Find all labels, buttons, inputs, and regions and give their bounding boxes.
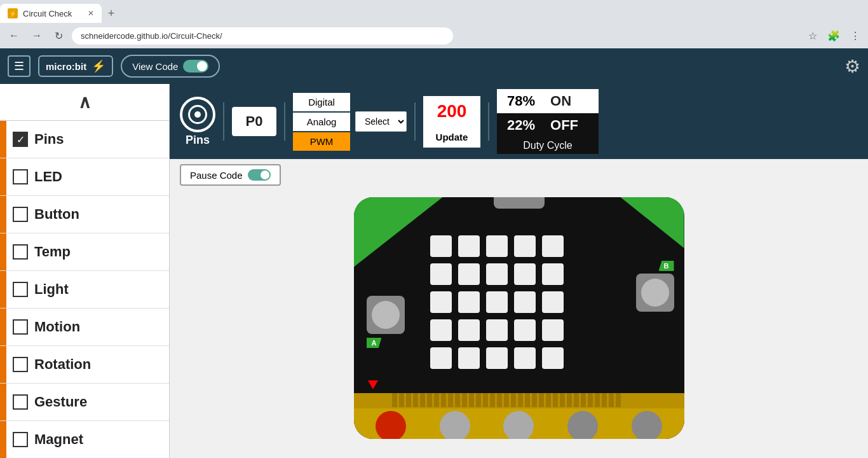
pin-select-dropdown[interactable]: Select P0 P1 P2 [355, 111, 407, 132]
view-code-button[interactable]: View Code [121, 55, 220, 78]
pin-0-circle[interactable] [376, 411, 406, 439]
update-button[interactable]: Update [423, 127, 480, 148]
sidebar-checkbox-gesture[interactable] [13, 394, 28, 410]
pin-gnd-circle[interactable] [632, 411, 662, 439]
sidebar-label-pins: Pins [34, 121, 64, 158]
divider-2 [284, 102, 285, 141]
led-1-0 [430, 263, 452, 285]
led-3-4 [542, 319, 564, 341]
device-name-label: micro:bit [46, 61, 86, 72]
sidebar-logo: ∧ [0, 84, 169, 121]
sidebar-item-light[interactable]: Light [0, 271, 169, 309]
green-corner-right [621, 197, 684, 248]
sidebar-checkbox-motion[interactable] [13, 319, 28, 335]
pin-2-circle[interactable] [503, 411, 534, 439]
sidebar-label-rotation: Rotation [34, 346, 91, 383]
microbit-container: A B [170, 191, 868, 445]
pin-name-box: P0 [232, 107, 276, 136]
sidebar-checkbox-rotation[interactable] [13, 357, 28, 372]
led-2-4 [542, 291, 564, 313]
analog-button[interactable]: Analog [293, 113, 350, 131]
pause-code-button[interactable]: Pause Code [180, 164, 281, 186]
pin-2-group: 2 [503, 411, 534, 439]
extensions-button[interactable]: 🧩 [825, 27, 843, 45]
address-bar[interactable] [72, 27, 453, 45]
flag-a-label: A [367, 338, 382, 348]
sidebar-checkbox-magnet[interactable] [13, 432, 28, 447]
sidebar-label-gesture: Gesture [34, 384, 87, 420]
back-button[interactable]: ← [5, 27, 23, 44]
tab-close-button[interactable]: ✕ [88, 9, 94, 18]
sidebar-label-magnet: Magnet [34, 421, 83, 458]
device-selector[interactable]: micro:bit ⚡ [38, 55, 113, 77]
pause-toggle[interactable] [248, 169, 271, 181]
browser-menu-button[interactable]: ⋮ [848, 27, 863, 45]
settings-button[interactable]: ⚙ [844, 56, 860, 77]
digital-button[interactable]: Digital [293, 93, 350, 111]
off-percentage: 22% [507, 117, 535, 134]
led-2-0 [430, 291, 452, 313]
active-tab[interactable]: ⚡ Circuit Check ✕ [0, 4, 102, 23]
pins-main-label: Pins [186, 134, 210, 147]
sidebar-checkbox-light[interactable] [13, 282, 28, 297]
led-0-4 [542, 235, 564, 257]
sidebar-item-rotation[interactable]: Rotation [0, 346, 169, 384]
bookmark-button[interactable]: ☆ [806, 27, 820, 45]
sidebar-item-temp[interactable]: Temp [0, 233, 169, 271]
sidebar-checkbox-temp[interactable] [13, 244, 28, 260]
flag-b: B [659, 260, 674, 271]
sidebar-item-magnet[interactable]: Magnet [0, 421, 169, 458]
reload-button[interactable]: ↻ [51, 27, 67, 45]
led-3-0 [430, 319, 452, 341]
sidebar-checkbox-led[interactable] [13, 169, 28, 184]
sidebar-item-button[interactable]: Button [0, 196, 169, 233]
view-code-label: View Code [132, 61, 178, 72]
pwm-button[interactable]: PWM [293, 132, 350, 151]
flag-b-label: B [659, 261, 674, 271]
divider-4 [488, 102, 489, 141]
pins-indicator: Pins [180, 97, 215, 147]
flag-a: A [367, 337, 382, 348]
led-0-3 [514, 235, 536, 257]
sidebar-item-gesture[interactable]: Gesture [0, 384, 169, 421]
new-tab-button[interactable]: + [102, 4, 121, 23]
led-2-2 [486, 291, 508, 313]
divider-3 [414, 102, 416, 141]
hamburger-icon: ☰ [14, 60, 24, 73]
pin-1-group: 1 [440, 411, 470, 439]
sidebar-item-pins[interactable]: ✓Pins [0, 121, 169, 158]
divider-1 [223, 102, 224, 141]
mode-buttons: Digital Analog PWM [293, 93, 350, 151]
pin-1-circle[interactable] [440, 411, 470, 439]
pin-3v-group: 3V [567, 411, 598, 439]
led-1-4 [542, 263, 564, 285]
button-a[interactable] [367, 296, 405, 334]
usb-icon: ⚡ [92, 59, 105, 73]
pause-toggle-knob [261, 170, 269, 179]
led-grid [430, 235, 564, 369]
tab-title: Circuit Check [23, 9, 72, 18]
sidebar-checkbox-pins[interactable]: ✓ [13, 132, 28, 147]
pin-gnd-group: GND [632, 411, 662, 439]
led-0-1 [458, 235, 480, 257]
led-4-2 [486, 347, 508, 369]
led-1-1 [458, 263, 480, 285]
pin-3v-circle[interactable] [567, 411, 598, 439]
led-4-0 [430, 347, 452, 369]
sidebar-checkbox-button[interactable] [13, 207, 28, 222]
pin-0-group: 0 [376, 411, 406, 439]
forward-button[interactable]: → [28, 27, 46, 44]
view-code-toggle[interactable] [183, 60, 208, 73]
button-b[interactable] [636, 274, 674, 312]
led-0-0 [430, 235, 452, 257]
toggle-knob [197, 61, 207, 71]
pause-code-label: Pause Code [190, 170, 243, 181]
led-4-3 [514, 347, 536, 369]
led-3-1 [458, 319, 480, 341]
value-display: 200 [423, 96, 480, 127]
led-3-2 [486, 319, 508, 341]
led-4-4 [542, 347, 564, 369]
sidebar-item-led[interactable]: LED [0, 158, 169, 196]
sidebar-item-motion[interactable]: Motion [0, 309, 169, 346]
hamburger-menu-button[interactable]: ☰ [8, 55, 31, 77]
